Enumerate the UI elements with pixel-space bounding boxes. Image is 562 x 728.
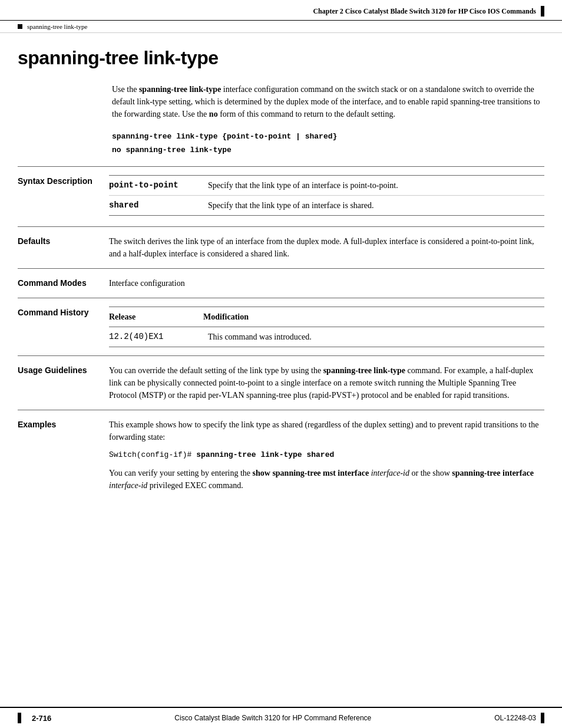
history-table: Release Modification 12.2(40)EX1 This co… xyxy=(109,307,544,347)
usage-guidelines-label: Usage Guidelines xyxy=(18,364,109,401)
table-row: 12.2(40)EX1 This command was introduced. xyxy=(109,327,544,347)
verify-mid: or the show xyxy=(409,469,452,477)
page-title: spanning-tree link-type xyxy=(18,47,544,69)
footer-bar-icon xyxy=(18,713,21,723)
footer-page-number: 2-716 xyxy=(32,714,51,723)
desc-cmd: spanning-tree link-type xyxy=(139,85,221,94)
page-header: Chapter 2 Cisco Catalyst Blade Switch 31… xyxy=(0,0,562,21)
command-history-section: Command History Release Modification 12.… xyxy=(18,298,544,355)
main-content: spanning-tree link-type Use the spanning… xyxy=(0,33,562,512)
usage-guidelines-section: Usage Guidelines You can override the de… xyxy=(18,355,544,410)
desc-point-to-point: Specify that the link type of an interfa… xyxy=(203,176,544,196)
header-bar xyxy=(541,6,544,17)
command-modes-body: Interface configuration xyxy=(109,277,544,289)
examples-intro: This example shows how to specify the li… xyxy=(109,419,544,443)
desc-shared: Specify that the link type of an interfa… xyxy=(203,196,544,216)
breadcrumb: spanning-tree link-type xyxy=(0,21,562,33)
defaults-label: Defaults xyxy=(18,235,109,260)
syntax-line-2: no spanning-tree link-type xyxy=(112,146,544,154)
verify-post: privileged EXEC command. xyxy=(147,481,243,490)
syntax-description-label: Syntax Description xyxy=(18,175,109,218)
desc-end: form of this command to return to the de… xyxy=(218,110,395,118)
command-history-label: Command History xyxy=(18,307,109,347)
usage-guidelines-body: You can override the default setting of … xyxy=(109,364,544,401)
examples-body: This example shows how to specify the li… xyxy=(109,419,544,492)
verify-italic2: interface-id xyxy=(109,481,147,490)
footer-right-text: OL-12248-03 xyxy=(494,714,536,722)
verify-italic1: interface-id xyxy=(369,469,409,477)
syntax-description-body: point-to-point Specify that the link typ… xyxy=(109,175,544,218)
col-release: Release xyxy=(109,307,203,327)
examples-section: Examples This example shows how to speci… xyxy=(18,410,544,500)
footer-right: OL-12248-03 xyxy=(494,713,544,723)
table-row: point-to-point Specify that the link typ… xyxy=(109,176,544,196)
footer-left: 2-716 xyxy=(18,713,51,723)
verify-pre: You can verify your setting by entering … xyxy=(109,469,253,477)
desc-no: no xyxy=(209,110,218,118)
term-shared: shared xyxy=(109,196,203,216)
command-history-body: Release Modification 12.2(40)EX1 This co… xyxy=(109,307,544,347)
defaults-body: The switch derives the link type of an i… xyxy=(109,235,544,260)
code-cmd: spanning-tree link-type shared xyxy=(196,450,334,459)
description-paragraph: Use the spanning-tree link-type interfac… xyxy=(112,83,544,120)
release-value: 12.2(40)EX1 xyxy=(109,327,203,347)
command-modes-label: Command Modes xyxy=(18,277,109,289)
code-example: Switch(config-if)# spanning-tree link-ty… xyxy=(109,449,544,461)
syntax-description-section: Syntax Description point-to-point Specif… xyxy=(18,166,544,226)
term-point-to-point: point-to-point xyxy=(109,176,203,196)
breadcrumb-icon xyxy=(18,24,22,29)
description-area: Use the spanning-tree link-type interfac… xyxy=(112,83,544,120)
verify-cmd1: show spanning-tree mst interface xyxy=(253,469,369,477)
footer-center-text: Cisco Catalyst Blade Switch 3120 for HP … xyxy=(174,714,371,722)
code-pre: Switch(config-if)# xyxy=(109,450,196,459)
desc-intro: Use the xyxy=(112,85,139,94)
examples-label: Examples xyxy=(18,419,109,492)
breadcrumb-text: spanning-tree link-type xyxy=(27,23,87,30)
usage-cmd: spanning-tree link-type xyxy=(323,366,405,375)
command-modes-section: Command Modes Interface configuration xyxy=(18,268,544,298)
verify-cmd2: spanning-tree interface xyxy=(452,469,534,477)
header-title: Chapter 2 Cisco Catalyst Blade Switch 31… xyxy=(313,7,536,16)
syntax-table: point-to-point Specify that the link typ… xyxy=(109,175,544,216)
page-footer: 2-716 Cisco Catalyst Blade Switch 3120 f… xyxy=(0,707,562,728)
modification-value: This command was introduced. xyxy=(203,327,544,347)
syntax-line-1: spanning-tree link-type {point-to-point … xyxy=(112,132,544,141)
col-modification: Modification xyxy=(203,307,544,327)
usage-pre: You can override the default setting of … xyxy=(109,366,323,375)
history-header-row: Release Modification xyxy=(109,307,544,327)
syntax-lines: spanning-tree link-type {point-to-point … xyxy=(112,132,544,154)
table-row: shared Specify that the link type of an … xyxy=(109,196,544,216)
verify-paragraph: You can verify your setting by entering … xyxy=(109,467,544,492)
footer-bar-right-icon xyxy=(541,713,544,723)
defaults-section: Defaults The switch derives the link typ… xyxy=(18,226,544,268)
